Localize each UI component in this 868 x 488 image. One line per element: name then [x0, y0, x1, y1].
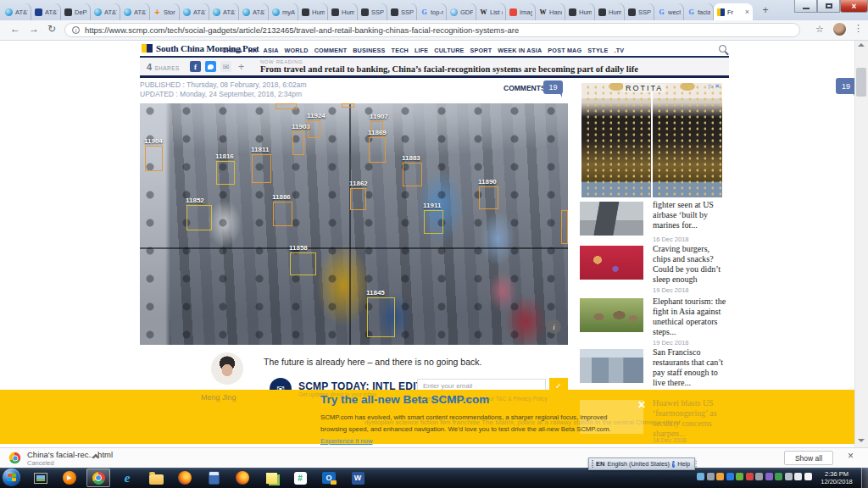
taskbar-word-button[interactable]: W [346, 469, 370, 487]
browser-tab-att-8[interactable]: AT&T [239, 3, 269, 20]
help-label[interactable]: Help [677, 460, 690, 468]
adchoices-icon[interactable]: ▷ ✕ [709, 83, 720, 90]
nav-item-comment[interactable]: COMMENT [314, 47, 348, 54]
browser-tab-sspu-12[interactable]: SSPU [358, 3, 387, 20]
new-tab-button[interactable]: + [757, 3, 774, 18]
nav-item-life[interactable]: LIFE [415, 47, 428, 54]
browser-tab-att-6[interactable]: AT&T [180, 3, 209, 20]
tray-icon-4[interactable] [726, 473, 734, 480]
download-shelf-close-icon[interactable]: × [848, 450, 854, 462]
browser-tab-hum-10[interactable]: Hum [298, 3, 328, 20]
page-scrollbar[interactable] [854, 41, 868, 447]
browser-tab-att-3[interactable]: AT&T [91, 3, 120, 20]
help-icon[interactable]: ? [672, 461, 675, 468]
taskbar-photos-button[interactable] [29, 469, 53, 487]
nav-item-asia[interactable]: ASIA [264, 47, 279, 54]
browser-tab-depa-2[interactable]: DePa [61, 3, 91, 20]
taskbar-slack-button[interactable]: # [288, 469, 312, 487]
browser-tab-fr-24[interactable]: Fr× [714, 3, 753, 20]
language-bar[interactable]: EN English (United States) ? Help ⋮ [588, 458, 695, 470]
browser-tab-hum-11[interactable]: Hum [328, 3, 358, 20]
taskbar-internet-explorer-button[interactable]: e [115, 469, 139, 487]
language-bar-menu-icon[interactable]: ⋮ [693, 460, 699, 468]
scroll-down-arrow[interactable] [858, 439, 865, 442]
browser-tab-sspu-21[interactable]: SSPU [625, 3, 654, 20]
browser-tab-stor-5[interactable]: +Stor [150, 3, 180, 20]
browser-tab-hum-19[interactable]: Hum [565, 3, 595, 20]
nav-item-world[interactable]: WORLD [285, 47, 309, 54]
browser-tab-att-4[interactable]: AT&T [120, 3, 150, 20]
nav-item-week-in-asia[interactable]: WEEK IN ASIA [498, 47, 542, 54]
tray-icon-12[interactable] [804, 473, 812, 480]
nav-item-post-mag[interactable]: POST MAG [548, 47, 581, 54]
taskbar-chrome-button[interactable] [86, 469, 110, 487]
tray-icon-8[interactable] [765, 473, 773, 480]
tray-icon-5[interactable] [736, 473, 743, 480]
author-avatar[interactable] [211, 352, 243, 385]
tray-icon-11[interactable] [794, 473, 802, 480]
nav-item-culture[interactable]: CULTURE [434, 47, 464, 54]
sidebar-ad[interactable] [580, 81, 722, 197]
nav-item-style[interactable]: STYLE [587, 47, 608, 54]
address-bar[interactable]: i https://www.scmp.com/tech/social-gadge… [64, 23, 800, 37]
browser-tab-imag-17[interactable]: Imag [506, 3, 536, 20]
bookmark-star-icon[interactable]: ☆ [815, 24, 824, 35]
sidebar-article-2[interactable]: Craving burgers, chips and snacks? Could… [580, 246, 726, 288]
browser-profile-avatar[interactable] [833, 23, 846, 36]
taskbar-media-player-button[interactable]: ▶ [58, 469, 81, 487]
nav-item-business[interactable]: BUSINESS [353, 47, 385, 54]
image-info-icon[interactable]: i [547, 319, 561, 334]
page-info-icon[interactable]: i [72, 26, 80, 34]
browser-tab-listo-16[interactable]: WList o [476, 3, 506, 20]
browser-tab-myat-9[interactable]: myAT [269, 3, 298, 20]
download-filename[interactable]: China's facial-rec....html [27, 450, 113, 459]
browser-menu-icon[interactable]: ⋮ [854, 23, 863, 34]
taskbar-firefox-2-button[interactable] [231, 469, 254, 487]
taskbar-clock[interactable]: 2:36 PM 12/20/2018 [814, 470, 860, 485]
floating-comments-badge[interactable]: 19 [836, 78, 856, 94]
facebook-icon[interactable]: f [190, 61, 201, 72]
banner-experience-link[interactable]: Experience it now [320, 437, 373, 445]
taskbar-firefox-button[interactable] [173, 469, 197, 487]
forward-button[interactable]: → [29, 24, 39, 34]
language-short[interactable]: EN [596, 460, 604, 468]
browser-tab-hand-18[interactable]: WHand [536, 3, 565, 20]
messenger-icon[interactable] [205, 61, 216, 72]
nav-item-sport[interactable]: SPORT [470, 47, 492, 54]
tray-icon-10[interactable] [785, 473, 793, 480]
browser-tab-facia-23[interactable]: Gfacia [684, 3, 714, 20]
taskbar-sticky-notes-button[interactable] [259, 469, 283, 487]
tray-icon-9[interactable] [775, 473, 782, 480]
taskbar-file-explorer-button[interactable] [144, 469, 168, 487]
search-icon[interactable] [719, 45, 726, 53]
close-window-button[interactable]: × [840, 0, 868, 13]
language-name[interactable]: English (United States) [607, 460, 670, 468]
browser-tab-att-0[interactable]: AT&T [2, 3, 31, 20]
taskbar-calculator-button[interactable] [202, 469, 225, 487]
browser-tab-att-1[interactable]: AT&T [31, 3, 61, 20]
tab-close-icon[interactable]: × [745, 8, 749, 16]
browser-tab-gdp-15[interactable]: GDP [447, 3, 476, 20]
reload-button[interactable]: ↻ [47, 24, 56, 34]
email-icon[interactable]: ✉ [220, 61, 231, 72]
show-desktop-button[interactable] [861, 468, 868, 488]
maximize-button[interactable] [817, 0, 840, 13]
sidebar-article-4[interactable]: San Francisco restaurants that can’t pay… [580, 349, 726, 391]
browser-tab-wech-22[interactable]: Gwech [654, 3, 684, 20]
nav-item--tv[interactable]: .TV [614, 47, 624, 54]
show-all-downloads-button[interactable]: Show all [784, 451, 833, 465]
minimize-button[interactable] [794, 0, 817, 13]
scroll-up-arrow[interactable] [858, 43, 865, 47]
tray-icon-1[interactable] [697, 473, 704, 480]
tray-icon-2[interactable] [707, 473, 715, 480]
banner-close-icon[interactable]: ✕ [637, 399, 646, 411]
language-bar-grip[interactable] [592, 460, 593, 468]
tray-icon-7[interactable] [755, 473, 763, 480]
scmp-logo-icon[interactable] [142, 44, 153, 53]
back-button[interactable]: ← [10, 24, 20, 34]
nav-item-china[interactable]: CHINA [222, 47, 242, 54]
browser-tab-att-7[interactable]: AT&T [209, 3, 239, 20]
add-icon[interactable]: + [236, 61, 247, 72]
scrollbar-thumb[interactable] [856, 68, 866, 97]
nav-item-hk[interactable]: HK [248, 47, 258, 54]
